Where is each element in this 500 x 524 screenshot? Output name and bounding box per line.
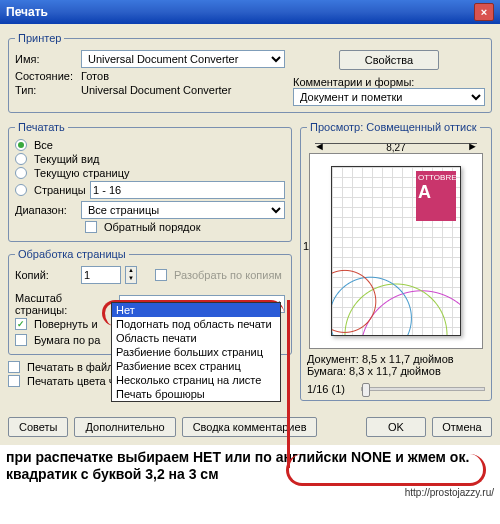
window-title: Печать (6, 5, 48, 19)
caption-text: при распечатке выбираем НЕТ или по англи… (0, 445, 500, 487)
rotate-label: Повернуть и (34, 318, 98, 330)
scale-option-5[interactable]: Несколько страниц на листе (112, 373, 280, 387)
printer-group: Принтер Имя: Universal Document Converte… (8, 32, 492, 113)
scale-option-4[interactable]: Разбиение всех страниц (112, 359, 280, 373)
preview-corner: OTTOBRE A (416, 171, 456, 221)
comments-label: Комментарии и формы: (293, 76, 485, 88)
copies-stepper[interactable]: ▲ ▼ (125, 266, 137, 284)
status-value: Готов (81, 70, 109, 82)
reverse-label: Обратный порядок (104, 221, 200, 233)
source-url: http://prostojazzy.ru/ (0, 487, 500, 502)
name-label: Имя: (15, 53, 77, 65)
preview-legend: Просмотр: Совмещенный оттиск (307, 121, 480, 133)
paper-source-label: Бумага по ра (34, 334, 100, 346)
print-to-file-checkbox[interactable] (8, 361, 20, 373)
subset-select[interactable]: Все страницы (81, 201, 285, 219)
radio-current-page[interactable] (15, 167, 27, 179)
doc-dims: Документ: 8,5 x 11,7 дюймов (307, 353, 485, 365)
scale-option-3[interactable]: Разбиение больших страниц (112, 345, 280, 359)
printer-legend: Принтер (15, 32, 64, 44)
tips-button[interactable]: Советы (8, 417, 68, 437)
copies-label: Копий: (15, 269, 77, 281)
dialog-body: Принтер Имя: Universal Document Converte… (0, 24, 500, 445)
close-icon[interactable]: × (474, 3, 494, 21)
type-value: Universal Document Converter (81, 84, 231, 96)
handling-group: Обработка страницы Копий: ▲ ▼ Разобрать … (8, 248, 292, 355)
scale-option-0[interactable]: Нет (112, 303, 280, 317)
type-label: Тип: (15, 84, 77, 96)
scale-dropdown-list[interactable]: Нет Подогнать под область печати Область… (111, 302, 281, 402)
scale-option-6[interactable]: Печать брошюры (112, 387, 280, 401)
radio-current-view-label: Текущий вид (34, 153, 99, 165)
page-indicator: 1/16 (1) (307, 383, 357, 395)
scale-option-1[interactable]: Подогнать под область печати (112, 317, 280, 331)
scale-label: Масштаб страницы: (15, 292, 115, 316)
print-black-checkbox[interactable] (8, 375, 20, 387)
printer-select[interactable]: Universal Document Converter (81, 50, 285, 68)
comments-select[interactable]: Документ и пометки (293, 88, 485, 106)
status-label: Состояние: (15, 70, 77, 82)
range-legend: Печатать (15, 121, 68, 133)
subset-label: Диапазон: (15, 204, 77, 216)
title-bar: Печать × (0, 0, 500, 24)
preview-box: OTTOBRE A (309, 153, 483, 349)
radio-current-view[interactable] (15, 153, 27, 165)
collate-checkbox (155, 269, 167, 281)
radio-pages-label: Страницы (34, 184, 86, 196)
ok-button[interactable]: OK (366, 417, 426, 437)
page-slider[interactable] (361, 387, 485, 391)
radio-all-label: Все (34, 139, 53, 151)
pages-input[interactable] (90, 181, 285, 199)
preview-group: Просмотр: Совмещенный оттиск 8,27 ◄ ► 11… (300, 121, 492, 401)
print-to-file-label: Печатать в файл (27, 361, 114, 373)
copies-input[interactable] (81, 266, 121, 284)
radio-current-page-label: Текущую страницу (34, 167, 129, 179)
reverse-checkbox[interactable] (85, 221, 97, 233)
range-group: Печатать Все Текущий вид Текущую страниц… (8, 121, 292, 242)
handling-legend: Обработка страницы (15, 248, 129, 260)
paper-dims: Бумага: 8,3 x 11,7 дюймов (307, 365, 485, 377)
preview-page: OTTOBRE A (331, 166, 461, 336)
radio-all[interactable] (15, 139, 27, 151)
collate-label: Разобрать по копиям (174, 269, 282, 281)
advanced-button[interactable]: Дополнительно (74, 417, 175, 437)
properties-button[interactable]: Свойства (339, 50, 439, 70)
summary-button[interactable]: Сводка комментариев (182, 417, 318, 437)
scale-option-2[interactable]: Область печати (112, 331, 280, 345)
paper-source-checkbox[interactable] (15, 334, 27, 346)
cancel-button[interactable]: Отмена (432, 417, 492, 437)
radio-pages[interactable] (15, 184, 27, 196)
rotate-checkbox[interactable] (15, 318, 27, 330)
